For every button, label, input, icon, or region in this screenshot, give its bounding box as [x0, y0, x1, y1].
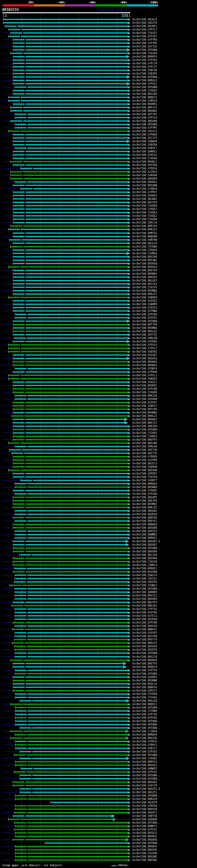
alignment-bar[interactable] [13, 307, 128, 308]
alignment-row[interactable]: UniRef100_C5X9X6 [0, 158, 197, 161]
alignment-label[interactable]: UniRef100_B9RJZ7 [132, 293, 157, 296]
alignment-label[interactable]: UniRef100_Q8GU86 [132, 527, 157, 529]
alignment-bar[interactable] [13, 541, 126, 542]
alignment-label[interactable]: UniRef100_B9GII3 [132, 594, 157, 597]
alignment-bar[interactable] [15, 636, 128, 637]
alignment-bar[interactable] [15, 446, 128, 447]
alignment-row[interactable]: UniRef100_B9RJZ4 [0, 225, 197, 229]
alignment-label[interactable]: UniRef100_A3BXL8 [132, 99, 157, 102]
alignment-bar[interactable] [9, 29, 128, 30]
alignment-label[interactable]: UniRef100_A2ZV97 [132, 401, 157, 404]
alignment-label[interactable]: UniRef100_A5C1Y5 [132, 137, 157, 140]
alignment-label[interactable]: UniRef100_B9GWQ9 [132, 486, 157, 489]
alignment-label[interactable]: UniRef100_Q8GZ52 [132, 791, 157, 794]
alignment-bar[interactable] [15, 148, 128, 149]
alignment-bar[interactable] [15, 615, 128, 616]
alignment-label[interactable]: UniRef100_Q76CU1 [132, 154, 157, 156]
alignment-label[interactable]: UniRef100_B9H0A6 [132, 361, 157, 363]
alignment-bar[interactable] [13, 358, 127, 359]
alignment-row[interactable]: UniRef100_B9SRE5 [0, 385, 197, 388]
alignment-bar[interactable] [13, 354, 128, 355]
alignment-row[interactable]: UniRef100_Q8GU88 [0, 120, 197, 124]
alignment-bar[interactable] [15, 537, 128, 538]
alignment-bar[interactable] [20, 775, 128, 776]
alignment-label[interactable]: UniRef100_A5BWZ0 [132, 140, 157, 143]
alignment-bar[interactable] [16, 832, 128, 834]
alignment-bar[interactable] [21, 168, 128, 169]
alignment-label[interactable]: UniRef100_B9SMW2 [132, 289, 157, 292]
alignment-bar[interactable] [16, 849, 128, 850]
alignment-label[interactable]: UniRef100_UPI000.. [132, 774, 160, 777]
alignment-bar[interactable] [13, 409, 128, 410]
alignment-row[interactable]: UniRef100_A7R926 [0, 168, 197, 171]
alignment-label[interactable]: UniRef100_A5ADU1 [132, 194, 157, 197]
alignment-row[interactable]: UniRef100_B9FYE2 [0, 520, 197, 524]
alignment-bar[interactable] [12, 415, 128, 416]
alignment-bar[interactable] [16, 693, 128, 695]
alignment-bar[interactable] [15, 632, 128, 633]
alignment-bar[interactable] [21, 188, 128, 189]
alignment-label[interactable]: UniRef100_C5YRP0 [132, 693, 157, 695]
alignment-label[interactable]: UniRef100_A2WSH0 [132, 466, 157, 468]
alignment-label[interactable]: UniRef100_B8AJ01 [132, 604, 157, 607]
alignment-label[interactable]: UniRef100_Q2PCF1 [132, 689, 157, 692]
alignment-label[interactable]: UniRef100_C5XQE5 [132, 89, 157, 92]
alignment-label[interactable]: UniRef100_A7QBF4 [132, 367, 157, 370]
alignment-bar[interactable] [15, 646, 128, 647]
alignment-label[interactable]: UniRef100_A9RIX0 [132, 425, 157, 428]
alignment-bar[interactable] [9, 344, 128, 345]
alignment-bar[interactable] [13, 439, 128, 440]
alignment-row[interactable]: UniRef100_B9RGL9 [0, 80, 197, 83]
alignment-row[interactable]: UniRef100_A9S9V0 [0, 398, 197, 402]
alignment-label[interactable]: UniRef100_C5XQD9 [132, 391, 157, 394]
alignment-row[interactable]: UniRef100_B9H0A5 [0, 365, 197, 368]
alignment-bar[interactable] [13, 432, 128, 434]
alignment-label[interactable]: UniRef100_Q7PC83 [132, 750, 157, 753]
alignment-row[interactable]: UniRef100_Q0J5Z9 [0, 202, 197, 205]
alignment-bar[interactable] [16, 826, 128, 827]
alignment-label[interactable]: UniRef100_A7P5G2 [132, 83, 157, 85]
alignment-label[interactable]: UniRef100_UPI000.. [132, 720, 160, 723]
alignment-bar[interactable] [13, 158, 128, 159]
alignment-label[interactable]: UniRef100_B9SSW0 [132, 184, 157, 187]
alignment-row[interactable]: UniRef100_A5BJT7 [0, 748, 197, 751]
alignment-bar[interactable] [15, 625, 128, 627]
alignment-label[interactable]: UniRef100_O24367 [132, 354, 157, 356]
alignment-label[interactable]: UniRef100_A7P5L9 [132, 344, 157, 346]
alignment-label[interactable]: UniRef100_Q2QV81 [132, 676, 157, 679]
alignment-bar[interactable] [20, 792, 128, 793]
alignment-label[interactable]: UniRef100_A5B969 [132, 296, 157, 299]
alignment-bar[interactable] [9, 297, 128, 298]
alignment-label[interactable]: UniRef100_A8IZY4 [132, 22, 157, 24]
alignment-bar[interactable] [15, 483, 128, 484]
alignment-row[interactable]: UniRef100_Q5Z9S8 [0, 619, 197, 622]
alignment-bar[interactable] [20, 700, 126, 702]
alignment-label[interactable]: UniRef100_B9RQF2 [132, 537, 157, 539]
alignment-row[interactable]: UniRef100_Q76CU1 [0, 154, 197, 158]
alignment-label[interactable]: UniRef100_C5XQE0 [132, 218, 157, 221]
alignment-bar[interactable] [11, 53, 128, 54]
alignment-row[interactable]: UniRef100_A5ADU1 [0, 195, 197, 198]
alignment-bar[interactable] [11, 175, 128, 176]
alignment-bar[interactable] [15, 124, 128, 125]
alignment-bar[interactable] [13, 300, 128, 302]
alignment-row[interactable]: UniRef100_A5AZC1 [0, 381, 197, 385]
alignment-label[interactable]: UniRef100_Q7PC81 [132, 828, 157, 831]
alignment-row[interactable]: UniRef100_A7P736 [0, 714, 197, 717]
alignment-bar[interactable] [13, 103, 128, 105]
alignment-label[interactable]: UniRef100_B9G2Z8 [132, 700, 157, 702]
alignment-row[interactable]: UniRef100_A7P7M3 [0, 39, 197, 42]
alignment-bar[interactable] [13, 236, 128, 237]
alignment-bar[interactable] [13, 93, 128, 95]
alignment-label[interactable]: UniRef100_B9IDJ1 [132, 832, 157, 834]
alignment-row[interactable]: UniRef100_A7PRJ5 [0, 741, 197, 744]
alignment-row[interactable]: UniRef100_Q8LQX2 [0, 280, 197, 283]
alignment-label[interactable]: UniRef100_Q94A18 [132, 625, 157, 627]
alignment-bar[interactable] [13, 361, 128, 363]
alignment-row[interactable]: UniRef100_A5AY87 [0, 632, 197, 636]
alignment-bar[interactable] [13, 497, 128, 498]
alignment-label[interactable]: UniRef100_A7P7M3 [132, 38, 157, 41]
alignment-bar[interactable] [13, 456, 128, 457]
alignment-label[interactable]: UniRef100_C0PKY7 [132, 479, 157, 482]
alignment-label[interactable]: UniRef100_B9RJZ6 [132, 395, 157, 397]
